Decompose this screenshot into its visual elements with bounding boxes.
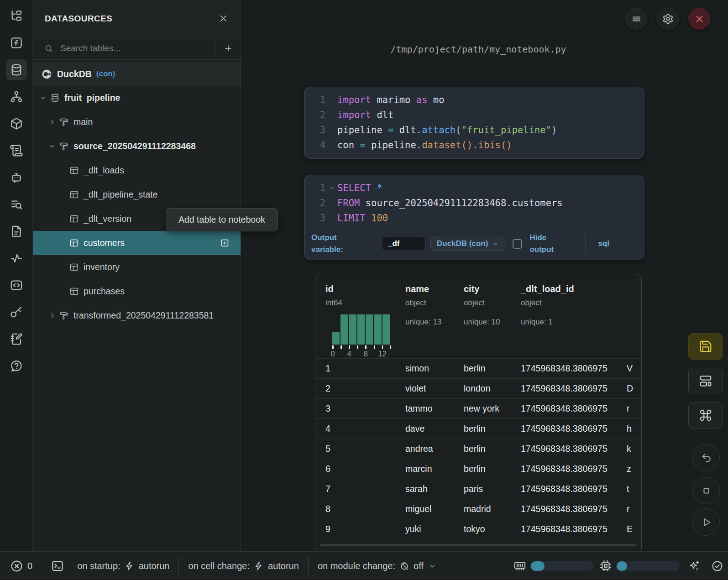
table-row: 3tammonew york1745968348.3806975r [315, 398, 641, 418]
memory-meter[interactable] [530, 561, 593, 571]
connection-status-icon[interactable] [711, 560, 723, 572]
code-cell[interactable]: 1import marimo as mo2import dlt3pipeline… [304, 87, 644, 159]
tree-item-label: transformed_202504291112283581 [73, 310, 214, 321]
table-icon [69, 287, 79, 296]
tree-item-label: _dlt_loads [84, 165, 124, 176]
plus-icon [223, 43, 233, 53]
language-badge: sql [598, 239, 609, 248]
sql-cell[interactable]: 1SELECT *2FROM source_202504291112283468… [304, 175, 644, 260]
line-number: 2 [309, 196, 325, 211]
save-icon [699, 340, 712, 353]
help-circle-icon [10, 359, 23, 373]
table-icon [69, 190, 79, 199]
duckdb-logo-icon [41, 68, 52, 80]
sidebar-item-bot[interactable] [6, 167, 27, 188]
menu-icon [631, 13, 642, 25]
play-button[interactable] [692, 508, 720, 536]
undo-button[interactable] [692, 444, 720, 471]
search-row [33, 37, 241, 60]
ai-sparkles-icon[interactable] [688, 560, 700, 572]
engine-select[interactable]: DuckDB (con) [430, 237, 505, 251]
sidebar-item-key[interactable] [6, 302, 27, 323]
sidebar-item-help-circle[interactable] [6, 355, 27, 376]
sidebar-item-dependency-graph[interactable] [6, 86, 27, 107]
connection-name: DuckDB [57, 69, 92, 79]
tree-item-customers[interactable]: customers [33, 231, 241, 255]
package-icon [10, 117, 23, 131]
hide-output-checkbox[interactable] [513, 239, 522, 249]
runtime-settings: on startup:autorunon cell change:autorun… [77, 557, 436, 575]
search-input[interactable] [60, 43, 215, 53]
line-number: 3 [309, 123, 325, 138]
function-square-icon [10, 36, 23, 50]
sidebar-item-database[interactable] [6, 59, 27, 80]
fold-icon[interactable] [329, 185, 335, 192]
notebook-path[interactable]: /tmp/project/path/my_notebook.py [241, 44, 716, 55]
zap-icon [254, 561, 264, 571]
tree-item-_dlt_loads[interactable]: _dlt_loads [33, 158, 241, 183]
file-tree-icon [10, 9, 23, 23]
sidebar-item-file-text[interactable] [6, 221, 27, 242]
command-button[interactable] [688, 402, 723, 428]
sidebar-item-package[interactable] [6, 113, 27, 134]
chevron-down-icon [429, 562, 436, 570]
code-line: 4con = pipeline.dataset().ibis() [304, 138, 644, 153]
panel-header: DATASOURCES [33, 0, 241, 37]
tree-item-transformed_202504291112283581[interactable]: transformed_202504291112283581 [33, 303, 241, 328]
add-table-icon[interactable] [220, 238, 230, 248]
tree-item-purchases[interactable]: purchases [33, 279, 241, 303]
sql-editor[interactable]: 1SELECT *2FROM source_202504291112283468… [304, 175, 644, 226]
stop-button[interactable] [692, 477, 720, 504]
connection-row[interactable]: DuckDB (con) [33, 62, 241, 86]
x-button[interactable] [688, 8, 710, 30]
add-datasource-button[interactable] [215, 37, 241, 59]
setting-on-cell-change[interactable]: on cell change:autorun [188, 561, 299, 571]
sidebar-item-notebook-pen[interactable] [6, 329, 27, 350]
settings-icon [662, 13, 674, 25]
column-header-clipped [627, 283, 641, 358]
setting-on-startup[interactable]: on startup:autorun [77, 561, 169, 571]
tree-item-fruit_pipeline[interactable]: fruit_pipeline [33, 86, 241, 110]
chevron-down-icon[interactable] [48, 142, 56, 150]
tree-item-source_202504291112283468[interactable]: source_202504291112283468 [33, 134, 241, 158]
paint-roller-icon [59, 141, 69, 151]
tree-item-main[interactable]: main [33, 110, 241, 134]
chevron-down-icon[interactable] [39, 94, 47, 102]
output-variable-input[interactable] [382, 237, 424, 250]
tree-item-label: _dlt_version [84, 214, 131, 224]
sidebar-item-scroll-text[interactable] [6, 140, 27, 161]
result-table: idint6404812nameobjectunique: 13cityobje… [315, 274, 642, 553]
table-row: 6marcinberlin1745968348.3806975z [315, 459, 641, 479]
chevron-right-icon[interactable] [48, 312, 56, 319]
engine-select-value: DuckDB (con) [437, 239, 488, 248]
memory-icon [513, 559, 526, 572]
cpu-meter[interactable] [616, 561, 679, 571]
search-box [33, 37, 215, 59]
table-row: 8miguelmadrid1745968348.3806975r [315, 499, 641, 519]
chevron-right-icon[interactable] [48, 118, 56, 126]
terminal-icon[interactable] [51, 559, 64, 573]
code-line: 2FROM source_202504291112283468.customer… [304, 196, 644, 211]
table-body: 1simonberlin1745968348.3806975V2violetlo… [315, 358, 641, 539]
status-bar: 0 on startup:autorunon cell change:autor… [0, 551, 728, 580]
layout-button[interactable] [688, 368, 723, 394]
table-scrollbar[interactable] [320, 544, 637, 546]
tree-item-_dlt_pipeline_state[interactable]: _dlt_pipeline_state [33, 183, 241, 207]
datasources-panel: DATASOURCES DuckDB (con) fruit_pipelinem… [33, 0, 241, 551]
menu-button[interactable] [625, 8, 647, 30]
sidebar-item-file-tree[interactable] [6, 5, 27, 26]
error-indicator[interactable]: 0 [10, 559, 32, 573]
save-button[interactable] [688, 333, 723, 360]
setting-on-module-change[interactable]: on module change:off [318, 561, 436, 571]
settings-button[interactable] [657, 8, 679, 30]
sidebar-item-activity[interactable] [6, 248, 27, 269]
sidebar-item-list-search[interactable] [6, 194, 27, 215]
window-buttons [625, 8, 710, 30]
tree-item-inventory[interactable]: inventory [33, 255, 241, 279]
database-icon [10, 63, 23, 77]
code-editor[interactable]: 1import marimo as mo2import dlt3pipeline… [304, 87, 644, 153]
sidebar-item-code-square[interactable] [6, 275, 27, 296]
close-panel-icon[interactable] [218, 13, 229, 24]
code-line: 2import dlt [304, 108, 644, 123]
sidebar-item-function-square[interactable] [6, 32, 27, 53]
